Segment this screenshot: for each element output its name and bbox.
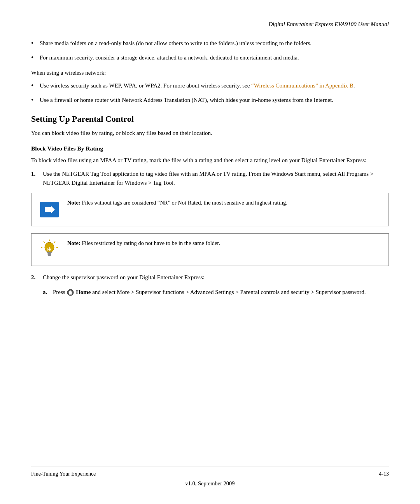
main-content: • Share media folders on a read-only bas… [31,39,389,297]
list-item: • Use a firewall or home router with Net… [31,96,389,105]
bullet-text: Use wireless security such as WEP, WPA, … [40,81,389,90]
page-footer: Fine-Tuning Your Experience 4-13 v1.0, S… [31,467,389,487]
svg-rect-7 [47,252,52,253]
lightbulb-note-icon [38,239,60,260]
lightbulb-svg [39,240,60,260]
note-bulb-content: Note: Files restricted by rating do not … [67,239,382,248]
svg-line-5 [44,242,45,243]
note-bold: Note: [67,240,80,246]
wireless-link[interactable]: “Wireless Communications” in Appendix B [251,82,354,89]
note-box-bulb: Note: Files restricted by rating do not … [31,233,389,266]
arrow-note-icon [38,199,60,220]
sub-text-after: and select More > Supervisor functions >… [92,289,366,295]
bullet-dot: • [31,95,40,105]
footer-content: Fine-Tuning Your Experience 4-13 [31,471,389,477]
subsection-intro: To block video files using an MPAA or TV… [31,156,389,165]
list-item: • For maximum security, consider a stora… [31,53,389,63]
num-label-2: 2. [31,273,43,282]
arrow-icon [40,202,59,217]
section-heading: Setting Up Parental Control [31,114,389,124]
num-text: Use the NETGEAR Tag Tool application to … [43,170,389,188]
sub-text-a: Press Home and select More > Supervisor … [53,288,389,297]
footer-left: Fine-Tuning Your Experience [31,471,96,477]
right-arrow-svg [43,204,56,215]
bullet-dot: • [31,80,40,91]
numbered-list-2: 2. Change the supervisor password on you… [31,273,389,282]
list-item: • Use wireless security such as WEP, WPA… [31,81,389,91]
footer-line [31,467,389,467]
subsection-heading: Block Video Files By Rating [31,145,389,152]
note-box-arrow: Note: Files without tags are considered … [31,193,389,226]
list-item: • Share media folders on a read-only bas… [31,39,389,49]
footer-center: v1.0, September 2009 [31,480,389,487]
numbered-item-1: 1. Use the NETGEAR Tag Tool application … [31,170,389,188]
bullet-text: Use a firewall or home router with Netwo… [40,96,389,105]
home-icon [67,289,74,296]
bullet-text: Share media folders on a read-only basis… [40,39,389,48]
svg-rect-9 [48,255,51,256]
note-arrow-content: Note: Files without tags are considered … [67,199,382,207]
wireless-bullet-list: • Use wireless security such as WEP, WPA… [31,81,389,105]
home-label: Home [76,289,91,295]
svg-line-3 [54,242,55,243]
sub-item-a: a. Press Home and select More > Supervis… [43,288,389,297]
header-title: Digital Entertainer Express EVA9100 User… [268,21,389,28]
sub-numbered-list: a. Press Home and select More > Supervis… [43,288,389,297]
note-bold: Note: [67,200,80,206]
numbered-item-2: 2. Change the supervisor password on you… [31,273,389,282]
footer-right: 4-13 [379,471,389,477]
wireless-intro: When using a wireless network: [31,68,389,77]
sub-label-a: a. [43,288,53,297]
numbered-list: 1. Use the NETGEAR Tag Tool application … [31,170,389,188]
page-header: Digital Entertainer Express EVA9100 User… [31,21,389,31]
svg-rect-8 [47,253,51,255]
svg-marker-0 [45,206,55,214]
top-bullet-list: • Share media folders on a read-only bas… [31,39,389,63]
num-text-2: Change the supervisor password on your D… [43,273,389,282]
section-intro-para: You can block video files by rating, or … [31,129,389,138]
page: Digital Entertainer Express EVA9100 User… [0,0,420,504]
note-text: Files without tags are considered “NR” o… [80,200,287,206]
note-text: Files restricted by rating do not have t… [80,240,220,246]
footer-version: v1.0, September 2009 [185,480,234,486]
bullet-dot: • [31,38,40,49]
bullet-dot: • [31,52,40,63]
num-label: 1. [31,170,43,178]
bullet-text: For maximum security, consider a storage… [40,53,389,62]
